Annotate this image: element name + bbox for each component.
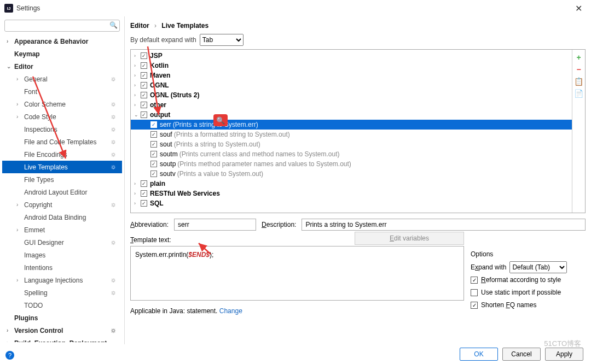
sidebar-item[interactable]: Intentions bbox=[2, 261, 122, 274]
sidebar-item[interactable]: ›Language Injections⛭ bbox=[2, 274, 122, 286]
scope-icon: ⛭ bbox=[111, 126, 117, 133]
scope-icon: ⛭ bbox=[111, 139, 117, 145]
scope-icon: ⛭ bbox=[111, 290, 117, 296]
copy-icon[interactable]: 📋 bbox=[574, 77, 583, 86]
template-item[interactable]: ✓soutm (Prints current class and method … bbox=[131, 149, 572, 159]
window-title: Settings bbox=[16, 4, 571, 12]
static-import-checkbox[interactable] bbox=[471, 289, 478, 296]
scope-icon: ⛭ bbox=[111, 114, 117, 120]
sidebar-item[interactable]: File Encodings⛭ bbox=[2, 148, 122, 161]
template-item[interactable]: ✓serr (Prints a string to System.err) bbox=[131, 120, 572, 130]
close-icon[interactable]: ✕ bbox=[571, 1, 587, 16]
sidebar-item[interactable]: Android Layout Editor bbox=[2, 186, 122, 198]
template-group[interactable]: ›✓Maven bbox=[131, 71, 572, 80]
template-item[interactable]: ✓sout (Prints a string to System.out) bbox=[131, 139, 572, 149]
sidebar-item[interactable]: ⌄Editor bbox=[2, 60, 122, 73]
sidebar-item[interactable]: Plugins bbox=[2, 312, 122, 324]
template-item[interactable]: ✓souf (Prints a formatted string to Syst… bbox=[131, 130, 572, 139]
scope-icon: ⛭ bbox=[111, 164, 117, 171]
template-item[interactable]: ✓soutv (Prints a value to System.out) bbox=[131, 169, 572, 179]
sidebar-item[interactable]: ›Copyright⛭ bbox=[2, 198, 122, 211]
search-input[interactable] bbox=[4, 20, 120, 32]
sidebar-item[interactable]: ›General⛭ bbox=[2, 73, 122, 85]
template-group[interactable]: ›✓other bbox=[131, 100, 572, 110]
scope-icon: ⛭ bbox=[111, 101, 117, 108]
expand-with-label: Expand with bbox=[471, 263, 506, 271]
sidebar-item[interactable]: Live Templates⛭ bbox=[2, 161, 122, 173]
expand-default-select[interactable]: Tab bbox=[200, 34, 244, 46]
sidebar-item[interactable]: ›Code Style⛭ bbox=[2, 110, 122, 123]
template-list[interactable]: ›✓JSP›✓Kotlin›✓Maven›✓OGNL›✓OGNL (Struts… bbox=[131, 50, 572, 213]
template-group[interactable]: ⌄✓output bbox=[131, 110, 572, 120]
template-text-label: Template text: bbox=[130, 236, 171, 244]
help-icon[interactable]: ? bbox=[5, 351, 14, 360]
reformat-checkbox[interactable]: ✓ bbox=[471, 277, 478, 284]
sidebar-item[interactable]: Inspections⛭ bbox=[2, 123, 122, 136]
sidebar-item[interactable]: Images bbox=[2, 249, 122, 261]
scope-icon: ⛭ bbox=[111, 202, 117, 208]
settings-tree[interactable]: ›Appearance & BehaviorKeymap⌄Editor›Gene… bbox=[2, 35, 122, 342]
scope-icon: ⛭ bbox=[111, 239, 117, 246]
template-group[interactable]: ›✓SQL bbox=[131, 198, 572, 208]
sidebar-item[interactable]: ›Appearance & Behavior bbox=[2, 35, 122, 48]
template-group[interactable]: ›✓Kotlin bbox=[131, 61, 572, 71]
template-group[interactable]: ›✓RESTful Web Services bbox=[131, 189, 572, 198]
sidebar-item[interactable]: Font bbox=[2, 85, 122, 98]
description-label: Description: bbox=[262, 221, 296, 228]
scope-icon: ⛭ bbox=[111, 76, 117, 83]
ok-button[interactable]: OK bbox=[460, 348, 498, 361]
remove-icon[interactable]: − bbox=[576, 65, 581, 74]
shorten-checkbox[interactable]: ✓ bbox=[471, 302, 478, 309]
sidebar-item[interactable]: Android Data Binding bbox=[2, 211, 122, 224]
template-group[interactable]: ›✓OGNL bbox=[131, 80, 572, 90]
template-group[interactable]: ›✓plain bbox=[131, 179, 572, 189]
cancel-button[interactable]: Cancel bbox=[502, 348, 541, 361]
template-text-editor[interactable]: System.err.println($END$); bbox=[130, 246, 464, 301]
breadcrumb-leaf: Live Templates bbox=[161, 22, 208, 30]
breadcrumb-root: Editor bbox=[130, 22, 149, 30]
abbreviation-label: Abbreviation: bbox=[130, 221, 169, 228]
reformat-label: Reformat according to style bbox=[481, 276, 561, 284]
expand-default-label: By default expand with bbox=[130, 36, 196, 44]
sidebar-item[interactable]: GUI Designer⛭ bbox=[2, 236, 122, 249]
abbreviation-input[interactable] bbox=[174, 219, 256, 231]
change-context-link[interactable]: Change bbox=[219, 307, 242, 315]
static-import-label: Use static import if possible bbox=[481, 289, 561, 296]
sidebar-item[interactable]: File and Code Templates⛭ bbox=[2, 136, 122, 148]
app-icon: IJ bbox=[4, 4, 13, 13]
apply-button[interactable]: Apply bbox=[545, 348, 583, 361]
expand-with-select[interactable]: Default (Tab) bbox=[509, 261, 567, 273]
template-group[interactable]: ›✓JSP bbox=[131, 51, 572, 61]
breadcrumb: Editor › Live Templates bbox=[130, 20, 586, 34]
sidebar-item[interactable]: ›Version Control⛭ bbox=[2, 324, 122, 337]
shorten-label: Shorten FQ names bbox=[481, 301, 536, 309]
scope-icon: ⛭ bbox=[111, 327, 117, 334]
search-icon: 🔍 bbox=[109, 21, 118, 29]
sidebar-item[interactable]: Keymap bbox=[2, 48, 122, 60]
sidebar-item[interactable]: ›Build, Execution, Deployment bbox=[2, 337, 122, 342]
edit-variables-button[interactable]: Edit variables bbox=[355, 232, 464, 245]
sidebar-item[interactable]: File Types bbox=[2, 173, 122, 186]
sidebar-item[interactable]: ›Color Scheme⛭ bbox=[2, 98, 122, 110]
template-group[interactable]: ›✓OGNL (Struts 2) bbox=[131, 90, 572, 100]
scope-icon: ⛭ bbox=[111, 277, 117, 284]
scope-icon: ⛭ bbox=[111, 151, 117, 158]
options-title: Options bbox=[471, 250, 586, 258]
sidebar-item[interactable]: TODO bbox=[2, 299, 122, 312]
add-icon[interactable]: + bbox=[576, 53, 581, 62]
applicable-context: Applicable in Java: statement. Change bbox=[130, 307, 464, 315]
paste-icon[interactable]: 📄 bbox=[574, 89, 583, 98]
sidebar-item[interactable]: Spelling⛭ bbox=[2, 286, 122, 299]
description-input[interactable] bbox=[302, 219, 586, 231]
sidebar-item[interactable]: ›Emmet bbox=[2, 224, 122, 236]
template-item[interactable]: ✓soutp (Prints method parameter names an… bbox=[131, 159, 572, 169]
